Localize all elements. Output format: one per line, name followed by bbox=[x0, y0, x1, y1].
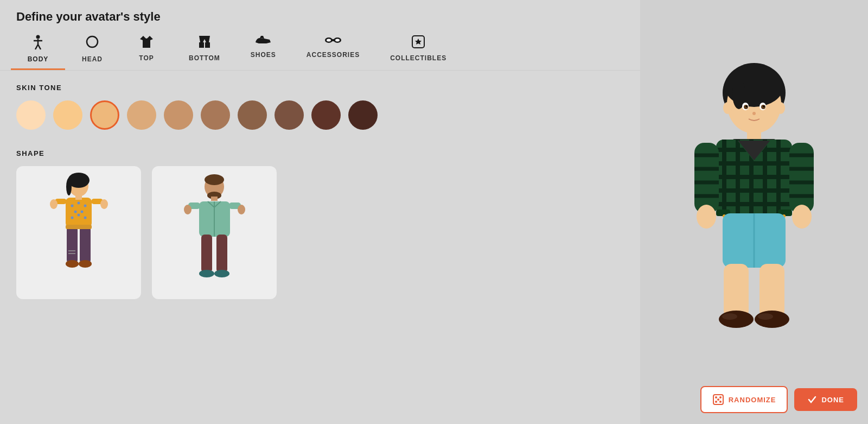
tab-top[interactable]: TOP bbox=[119, 29, 174, 70]
svg-point-22 bbox=[74, 210, 76, 213]
shape-label: SHAPE bbox=[16, 149, 635, 157]
svg-rect-33 bbox=[80, 226, 91, 263]
svg-point-25 bbox=[77, 213, 80, 216]
svg-rect-7 bbox=[205, 42, 210, 48]
tab-collectibles[interactable]: COLLECTIBLES bbox=[375, 29, 462, 70]
svg-point-21 bbox=[84, 204, 86, 207]
svg-rect-6 bbox=[199, 42, 204, 48]
bottom-buttons: RANDOMIZE DONE bbox=[700, 386, 857, 413]
tab-head[interactable]: HEAD bbox=[65, 29, 119, 70]
done-label: DONE bbox=[821, 396, 844, 404]
tab-shoes[interactable]: SHOES bbox=[235, 29, 291, 70]
tab-body[interactable]: BODY bbox=[11, 29, 65, 70]
svg-point-51 bbox=[199, 270, 214, 277]
female-avatar-svg bbox=[40, 170, 118, 295]
svg-point-47 bbox=[184, 205, 192, 214]
svg-point-36 bbox=[66, 260, 79, 268]
skin-tone-option-8[interactable] bbox=[311, 100, 341, 130]
svg-point-61 bbox=[746, 105, 748, 107]
svg-point-5 bbox=[87, 36, 98, 47]
tab-bottom-label: BOTTOM bbox=[189, 54, 220, 62]
head-icon bbox=[86, 35, 99, 52]
tab-body-label: BODY bbox=[28, 55, 49, 63]
svg-point-23 bbox=[80, 210, 83, 213]
content-area: SKIN TONE SHAPE bbox=[0, 71, 651, 312]
svg-rect-32 bbox=[67, 226, 78, 263]
svg-point-108 bbox=[717, 398, 719, 401]
skin-tone-option-4[interactable] bbox=[164, 100, 193, 130]
skin-tone-option-5[interactable] bbox=[201, 100, 230, 130]
svg-point-93 bbox=[697, 205, 716, 229]
shape-card-female[interactable] bbox=[16, 166, 141, 299]
main-avatar-svg bbox=[678, 55, 830, 370]
collectibles-icon bbox=[411, 35, 425, 51]
svg-point-62 bbox=[763, 105, 765, 107]
svg-point-102 bbox=[758, 313, 773, 320]
svg-point-19 bbox=[71, 204, 73, 207]
svg-point-17 bbox=[66, 178, 72, 195]
svg-point-37 bbox=[79, 260, 92, 268]
svg-rect-42 bbox=[211, 197, 218, 201]
done-button[interactable]: DONE bbox=[794, 388, 857, 411]
svg-point-106 bbox=[715, 401, 717, 403]
svg-point-31 bbox=[100, 199, 108, 209]
skin-tone-option-7[interactable] bbox=[275, 100, 304, 130]
svg-rect-38 bbox=[66, 225, 92, 229]
skin-tone-row bbox=[16, 100, 635, 130]
svg-rect-50 bbox=[216, 235, 227, 273]
randomize-icon bbox=[712, 394, 724, 406]
male-avatar-svg bbox=[175, 170, 254, 295]
svg-point-65 bbox=[776, 102, 785, 114]
skin-tone-option-1[interactable] bbox=[53, 100, 82, 130]
tab-head-label: HEAD bbox=[82, 55, 103, 63]
tab-collectibles-label: COLLECTIBLES bbox=[390, 54, 446, 62]
svg-point-48 bbox=[238, 205, 245, 214]
top-icon bbox=[139, 35, 154, 51]
skin-tone-option-0[interactable] bbox=[16, 100, 46, 130]
skin-tone-option-6[interactable] bbox=[238, 100, 267, 130]
shoes-icon bbox=[254, 35, 272, 48]
svg-point-104 bbox=[715, 396, 717, 398]
skin-tone-option-3[interactable] bbox=[127, 100, 156, 130]
svg-rect-98 bbox=[760, 264, 784, 318]
skin-tone-option-2[interactable] bbox=[90, 100, 119, 130]
skin-tone-option-9[interactable] bbox=[348, 100, 378, 130]
tab-top-label: TOP bbox=[139, 54, 154, 62]
svg-point-107 bbox=[719, 401, 722, 403]
svg-point-64 bbox=[723, 102, 732, 114]
svg-line-4 bbox=[38, 45, 41, 49]
svg-point-24 bbox=[71, 216, 73, 219]
tab-accessories-label: ACCESSORIES bbox=[307, 51, 360, 59]
tab-shoes-label: SHOES bbox=[251, 51, 276, 59]
svg-point-105 bbox=[719, 396, 722, 398]
svg-point-20 bbox=[77, 201, 80, 204]
svg-point-100 bbox=[755, 311, 789, 328]
randomize-label: RANDOMIZE bbox=[729, 396, 776, 404]
svg-point-26 bbox=[84, 216, 86, 219]
svg-point-40 bbox=[205, 174, 224, 185]
svg-rect-49 bbox=[201, 235, 212, 273]
svg-point-101 bbox=[722, 313, 737, 320]
svg-rect-97 bbox=[724, 264, 749, 318]
shape-card-male[interactable] bbox=[152, 166, 277, 299]
svg-point-11 bbox=[327, 39, 331, 42]
svg-line-3 bbox=[35, 45, 38, 49]
body-icon bbox=[31, 35, 44, 52]
svg-point-0 bbox=[36, 35, 40, 39]
tab-accessories[interactable]: ACCESSORIES bbox=[291, 29, 375, 70]
svg-point-63 bbox=[752, 112, 756, 115]
svg-rect-10 bbox=[331, 39, 335, 41]
avatar-preview-panel bbox=[640, 0, 868, 424]
randomize-button[interactable]: RANDOMIZE bbox=[700, 386, 788, 413]
svg-rect-27 bbox=[75, 195, 82, 200]
skin-tone-label: SKIN TONE bbox=[16, 84, 635, 92]
svg-point-30 bbox=[50, 199, 58, 209]
bottom-icon bbox=[197, 35, 212, 51]
checkmark-icon bbox=[807, 395, 817, 404]
svg-marker-14 bbox=[415, 39, 422, 45]
svg-point-52 bbox=[214, 270, 229, 277]
tab-bottom[interactable]: BOTTOM bbox=[174, 29, 235, 70]
svg-point-99 bbox=[719, 311, 754, 328]
svg-point-94 bbox=[792, 205, 812, 229]
svg-point-12 bbox=[335, 39, 340, 42]
